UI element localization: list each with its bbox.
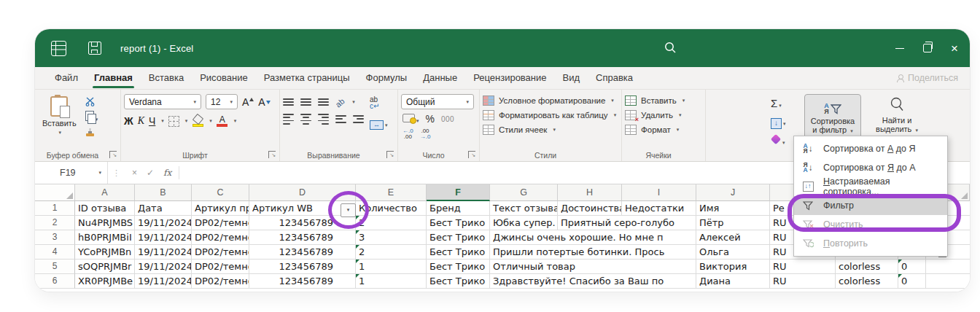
paste-button[interactable]: Вставить ▾ bbox=[38, 94, 81, 149]
close-button[interactable]: × bbox=[951, 42, 958, 55]
font-size-select[interactable]: 12▾ bbox=[206, 94, 238, 109]
cell[interactable]: Отличный товар bbox=[490, 260, 696, 274]
grow-font-button[interactable]: А bbox=[242, 96, 254, 108]
row-header[interactable]: 2 bbox=[35, 216, 75, 230]
cell[interactable]: 19/11/2024 bbox=[135, 260, 192, 274]
col-header-G[interactable]: G bbox=[490, 184, 558, 201]
cell[interactable]: DP02/темно bbox=[192, 216, 249, 230]
alignment-dialog-launcher[interactable]: ↘ bbox=[386, 151, 394, 158]
fill-color-button[interactable] bbox=[192, 115, 203, 127]
cell[interactable]: Алексей bbox=[696, 230, 770, 245]
tab-help[interactable]: Справка bbox=[588, 69, 641, 87]
excel-app-icon[interactable] bbox=[51, 41, 66, 56]
cell[interactable]: Диана bbox=[696, 274, 770, 289]
menu-item-sort-az[interactable]: АЯ ↓ Сортировка от А до Я bbox=[794, 139, 947, 158]
decrease-indent-button[interactable] bbox=[335, 115, 346, 122]
name-box[interactable]: F19 ▾ bbox=[35, 162, 108, 184]
cell[interactable]: Здравствуйте! Спасибо за Ваш по bbox=[490, 274, 696, 289]
conditional-formatting-button[interactable]: Условное форматирование ▾ bbox=[483, 95, 618, 106]
cell[interactable]: 123456789 bbox=[249, 274, 356, 289]
cell[interactable]: Текст отзыва bbox=[490, 201, 558, 216]
orientation-button[interactable]: ab bbox=[334, 96, 346, 109]
cell[interactable]: DP02/темно bbox=[192, 274, 249, 289]
shrink-font-button[interactable]: А bbox=[258, 96, 270, 108]
cell[interactable]: hB0PRJMBiI bbox=[75, 230, 135, 245]
cell[interactable]: 123456789 bbox=[249, 260, 356, 274]
clear-button[interactable]: ▾ bbox=[771, 134, 785, 147]
restore-button[interactable] bbox=[923, 44, 932, 52]
cell[interactable]: Имя bbox=[696, 201, 770, 216]
tab-insert[interactable]: Вставка bbox=[141, 69, 192, 87]
cell[interactable]: Nu4PRJMBS bbox=[75, 216, 135, 230]
col-header-A[interactable]: A bbox=[75, 184, 135, 201]
cell[interactable]: colorless bbox=[836, 274, 898, 289]
cell[interactable]: Пётр bbox=[696, 216, 770, 230]
cell[interactable]: Бест Трико bbox=[427, 230, 490, 245]
cell[interactable]: RU bbox=[770, 260, 836, 274]
col-header-E[interactable]: E bbox=[356, 184, 427, 201]
share-button[interactable]: Поделиться bbox=[897, 73, 958, 83]
tab-home[interactable]: Главная bbox=[86, 69, 141, 87]
cell[interactable]: 19/11/2024 bbox=[135, 274, 192, 289]
accounting-format-button[interactable]: ▾ bbox=[402, 112, 419, 125]
cell[interactable]: colorless bbox=[836, 260, 898, 274]
tab-review[interactable]: Рецензирование bbox=[465, 69, 554, 87]
col-header-F-selected[interactable]: F bbox=[427, 184, 490, 201]
tab-page-layout[interactable]: Разметка страницы bbox=[256, 69, 358, 87]
cell[interactable]: 123456789 bbox=[249, 245, 356, 260]
cell[interactable]: Недостатки bbox=[622, 201, 696, 216]
cell[interactable]: 19/11/2024 bbox=[135, 216, 192, 230]
tab-file[interactable]: Файл bbox=[47, 69, 86, 87]
cell[interactable]: Достоинства bbox=[558, 201, 622, 216]
col-header-B[interactable]: B bbox=[135, 184, 192, 201]
number-format-select[interactable]: Общий▾ bbox=[401, 94, 474, 109]
minimize-button[interactable] bbox=[895, 48, 904, 49]
cell[interactable]: Бест Трико bbox=[427, 216, 490, 230]
bold-button[interactable]: Ж bbox=[124, 115, 133, 127]
cell[interactable]: Бренд bbox=[427, 201, 490, 216]
align-top-button[interactable] bbox=[283, 98, 294, 106]
font-family-select[interactable]: Verdana▾ bbox=[124, 94, 201, 109]
row-header[interactable]: 6 bbox=[35, 274, 75, 289]
cell[interactable]: sOQPRJMBr bbox=[75, 260, 135, 274]
align-middle-button[interactable] bbox=[300, 98, 311, 106]
fill-button[interactable]: ↓▾ bbox=[771, 115, 786, 129]
cell[interactable]: 0 bbox=[898, 274, 926, 289]
align-bottom-button[interactable] bbox=[318, 98, 329, 106]
cell[interactable]: Ольга bbox=[696, 245, 770, 260]
row-header[interactable]: 5 bbox=[35, 260, 75, 274]
merge-center-button[interactable]: ↔▾ bbox=[370, 117, 388, 130]
cell[interactable]: Пришли потертые ботинки. Прось bbox=[490, 245, 696, 260]
cell[interactable]: Бест Трико bbox=[427, 274, 490, 289]
cell[interactable]: XR0PRJMBe bbox=[75, 274, 135, 289]
col-header-J[interactable]: J bbox=[696, 184, 770, 201]
row-header[interactable]: 1 bbox=[35, 201, 75, 216]
decrease-decimal-button[interactable]: .00→.0 bbox=[420, 128, 431, 140]
increase-indent-button[interactable] bbox=[353, 115, 364, 122]
cell[interactable]: Дата bbox=[135, 201, 192, 216]
format-painter-button[interactable] bbox=[85, 128, 96, 138]
formula-bar-grip[interactable]: ⋮ bbox=[112, 168, 120, 178]
cell[interactable]: 19/11/2024 bbox=[135, 230, 192, 245]
cell[interactable]: 0 bbox=[898, 260, 926, 274]
align-center-button[interactable] bbox=[300, 114, 311, 125]
comma-style-button[interactable]: 000 bbox=[441, 115, 454, 123]
cell[interactable]: 1 bbox=[356, 274, 427, 289]
font-color-button[interactable]: А bbox=[217, 116, 228, 127]
borders-button[interactable] bbox=[168, 116, 179, 127]
tab-formulas[interactable]: Формулы bbox=[358, 69, 416, 87]
underline-button[interactable]: Ч bbox=[149, 115, 155, 127]
col-header-I[interactable]: I bbox=[622, 184, 696, 201]
cell[interactable]: Бест Трико bbox=[427, 260, 490, 274]
align-right-button[interactable] bbox=[318, 114, 329, 125]
cell[interactable]: Приятный серо-голубо bbox=[558, 216, 696, 230]
cell[interactable]: Джинсы очень хорошие. Но мне п bbox=[490, 230, 696, 245]
font-dialog-launcher[interactable]: ↘ bbox=[268, 151, 276, 158]
tab-draw[interactable]: Рисование bbox=[192, 69, 255, 87]
copy-button[interactable]: ▾ bbox=[85, 111, 98, 124]
percent-style-button[interactable]: % bbox=[426, 113, 435, 125]
cell[interactable]: DP02/темно bbox=[192, 245, 249, 260]
cell[interactable]: 19/11/2024 bbox=[135, 245, 192, 260]
col-header-H[interactable]: H bbox=[558, 184, 622, 201]
number-dialog-launcher[interactable]: ↘ bbox=[468, 151, 475, 158]
